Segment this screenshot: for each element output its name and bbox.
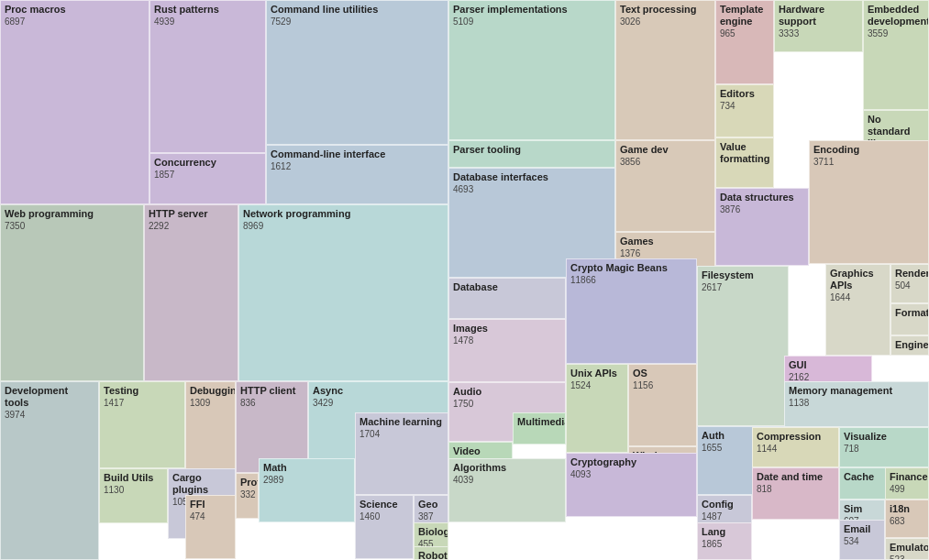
command-line-utilities: Command line utilities7529 xyxy=(266,0,448,145)
images-value: 1478 xyxy=(449,335,565,346)
emulators: Emulators523 xyxy=(885,538,929,560)
editors-title: Editors xyxy=(716,85,773,101)
finance-title: Finance xyxy=(886,468,928,484)
email-title: Email xyxy=(840,521,884,536)
proc-macros-value: 6897 xyxy=(1,16,149,27)
filesystem-title: Filesystem xyxy=(698,267,788,282)
http-server: HTTP server2292 xyxy=(144,204,238,381)
multimedia: Multimedia xyxy=(513,412,566,445)
graphics-apis: Graphics APIs1644 xyxy=(825,264,890,356)
template-engine: Template engine965 xyxy=(715,0,774,84)
lang: Lang1865 xyxy=(697,522,752,560)
hardware-support: Hardware support3333 xyxy=(774,0,863,52)
async-value: 3429 xyxy=(309,398,448,408)
game-dev: Game dev3856 xyxy=(615,140,715,232)
text-processing-value: 3026 xyxy=(616,16,714,27)
algorithms: Algorithms4039 xyxy=(448,458,566,522)
parser-tooling: Parser tooling xyxy=(448,140,615,168)
math-value: 2989 xyxy=(260,475,354,485)
template-engine-title: Template engine xyxy=(716,1,773,28)
unix-apis: Unix APIs1524 xyxy=(566,364,628,453)
rendering: Rendering504 xyxy=(890,264,929,303)
machine-learning: Machine learning1704 xyxy=(355,412,448,495)
text-processing-title: Text processing xyxy=(616,1,714,16)
http-client-title: HTTP client xyxy=(237,382,307,398)
data-structures: Data structures3876 xyxy=(715,188,809,266)
parser-tooling-title: Parser tooling xyxy=(449,141,614,157)
config-title: Config xyxy=(698,496,751,511)
concurrency-value: 1857 xyxy=(150,170,265,180)
cargo-plugins-title: Cargo plugins xyxy=(169,469,235,497)
command-line-interface-value: 1612 xyxy=(267,161,448,171)
value-formatting-title: Value formatting xyxy=(716,138,773,166)
data-structures-value: 3876 xyxy=(716,204,808,214)
rust-patterns-title: Rust patterns xyxy=(150,1,265,16)
game-dev-title: Game dev xyxy=(616,141,714,157)
formats: Formats xyxy=(890,303,929,335)
rendering-value: 504 xyxy=(891,280,928,291)
command-line-utilities-value: 7529 xyxy=(267,16,448,27)
parser-implementations: Parser implementations5109 xyxy=(448,0,615,140)
crypto-magic-beans-value: 11866 xyxy=(567,275,696,285)
value-formatting: Value formatting xyxy=(715,137,774,188)
games-value: 1376 xyxy=(616,248,714,258)
graphics-apis-title: Graphics APIs xyxy=(826,265,890,292)
lang-title: Lang xyxy=(698,523,751,539)
emulators-value: 523 xyxy=(886,555,928,560)
rust-patterns-value: 4939 xyxy=(150,16,265,27)
formats-title: Formats xyxy=(891,304,928,320)
i18n-title: i18n xyxy=(886,500,928,516)
emulators-title: Emulators xyxy=(886,539,928,555)
i18n: i18n683 xyxy=(885,500,929,538)
robots-title: Robots xyxy=(415,547,448,560)
debugging-title: Debugging xyxy=(186,382,235,398)
machine-learning-value: 1704 xyxy=(356,429,448,439)
os-value: 1156 xyxy=(629,380,696,390)
images: Images1478 xyxy=(448,319,566,382)
date-and-time-value: 818 xyxy=(753,484,838,494)
compression: Compression1144 xyxy=(752,427,839,467)
science: Science1460 xyxy=(355,495,414,559)
sim-title: Sim xyxy=(840,500,884,516)
games-title: Games xyxy=(616,233,714,248)
rust-patterns: Rust patterns4939 xyxy=(149,0,266,153)
gui-title: GUI xyxy=(785,357,871,372)
engine: Engine xyxy=(890,335,929,356)
async-title: Async xyxy=(309,382,448,398)
memory-management-value: 1138 xyxy=(785,398,928,408)
config-value: 1487 xyxy=(698,511,751,522)
os-title: OS xyxy=(629,365,696,380)
treemap: Proc macros6897Rust patterns4939Command … xyxy=(0,0,929,560)
database: Database xyxy=(448,278,566,319)
proc-macros: Proc macros6897 xyxy=(0,0,149,204)
robots: Robots xyxy=(414,546,448,560)
visualize-title: Visualize xyxy=(840,428,928,444)
template-engine-value: 965 xyxy=(716,28,773,38)
http-server-title: HTTP server xyxy=(145,205,238,221)
embedded-development: Embedded development3559 xyxy=(863,0,929,110)
debugging: Debugging1309 xyxy=(185,381,236,473)
geo-title: Geo xyxy=(415,496,448,511)
date-and-time: Date and time818 xyxy=(752,467,839,520)
testing: Testing1417 xyxy=(99,381,185,468)
crypto-magic-beans-title: Crypto Magic Beans xyxy=(567,259,696,275)
algorithms-value: 4039 xyxy=(449,475,565,485)
command-line-interface-title: Command-line interface xyxy=(267,146,448,161)
crypto-magic-beans: Crypto Magic Beans11866 xyxy=(566,258,697,364)
debugging-value: 1309 xyxy=(186,398,235,408)
profiling-value: 332 xyxy=(237,489,258,500)
ffi-value: 474 xyxy=(186,511,235,522)
parser-implementations-title: Parser implementations xyxy=(449,1,614,16)
build-utils-value: 1130 xyxy=(100,485,167,495)
database-interfaces-value: 4693 xyxy=(449,184,614,194)
cryptography-title: Cryptography xyxy=(567,454,696,469)
graphics-apis-value: 1644 xyxy=(826,292,890,302)
profiling: Profiling332 xyxy=(236,473,259,519)
email-value: 534 xyxy=(840,536,884,546)
audio-title: Audio xyxy=(449,383,565,399)
testing-title: Testing xyxy=(100,382,184,398)
video-title: Video xyxy=(449,443,512,458)
math: Math2989 xyxy=(259,458,355,522)
unix-apis-value: 1524 xyxy=(567,380,627,390)
editors-value: 734 xyxy=(716,101,773,111)
